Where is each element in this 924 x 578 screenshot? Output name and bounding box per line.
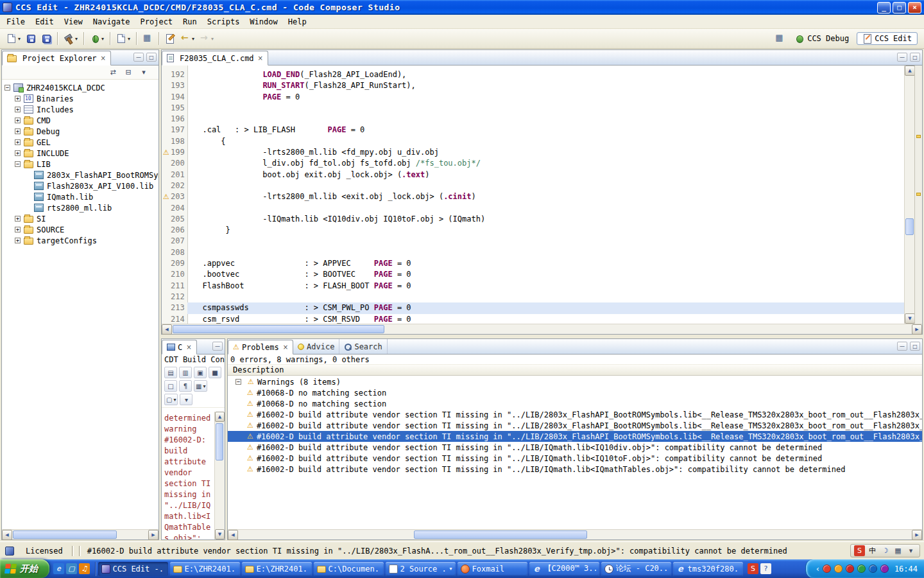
show-console-on-output-button[interactable]: ■ [209,367,221,378]
taskbar-button-e-zhr2401[interactable]: E:\ZHR2401... [242,562,312,576]
close-icon[interactable]: × [186,344,191,351]
ime-half-moon-icon[interactable]: ☽ [880,545,891,556]
code-line[interactable]: 204 [162,203,904,214]
close-icon[interactable]: × [258,55,263,62]
scroll-up-icon[interactable]: ▲ [215,412,225,422]
code-line[interactable]: ⚠203 -lrts2800_ml.lib <exit.obj _lock.ob… [162,191,904,202]
minimize-view-icon[interactable]: — [897,342,907,351]
start-button[interactable]: 开始 [0,559,49,578]
taskbar-button-e-zhr2401[interactable]: E:\ZHR2401... [170,562,240,576]
scroll-right-icon[interactable]: ▶ [912,530,922,540]
tree-item-iqmath-lib[interactable]: IQmath.lib [2,191,158,202]
minimize-view-icon[interactable]: — [133,53,144,62]
save-all-button[interactable] [38,31,54,46]
code-line[interactable]: 212 [162,292,904,302]
taskbar-button-c2000-3[interactable]: e【C2000™ 3... [529,562,599,576]
scroll-up-icon[interactable]: ▲ [905,66,915,76]
console-output[interactable]: determined warning #16002-D: build attri… [162,412,215,539]
scroll-lock-button[interactable]: ▥ [179,367,192,378]
code-line[interactable]: 208 [162,247,904,258]
collapse-all-button[interactable]: ⊟ [123,67,134,78]
code-line[interactable]: 201 boot.obj exit.obj _lock.obj> (.text) [162,170,904,180]
ccs-debug-perspective-button[interactable]: CCS Debug [789,32,855,45]
tree-item-rts2800-ml-lib[interactable]: rts2800_ml.lib [2,202,158,213]
code-line[interactable]: 192 LOAD_END(_Flash28_API_LoadEnd), [162,69,904,80]
problem-row[interactable]: ⚠#10068-D no matching section [228,387,922,398]
tree-item-targetconfigs[interactable]: +targetConfigs [2,235,158,246]
problem-row[interactable]: ⚠#16002-D build attribute vendor section… [228,420,922,431]
tree-expander-icon[interactable]: + [15,128,21,134]
editor-body[interactable]: 192 LOAD_END(_Flash28_API_LoadEnd),193 R… [162,66,922,324]
debug-button[interactable]: ▾ [87,31,107,46]
tree-expander-icon[interactable]: + [15,150,21,156]
code-line[interactable]: 209 .appvec : > APPVEC PAGE = 0 [162,258,904,269]
tab-problems[interactable]: ⚠ Problems × [228,340,293,355]
ime-soft-keyboard-icon[interactable]: ▦ [893,545,903,556]
problem-row[interactable]: ⚠#16002-D build attribute vendor section… [228,442,922,453]
quicklaunch-media-player-icon[interactable]: ♫ [79,563,90,574]
tree-item-includes[interactable]: +Includes [2,104,158,115]
display-selected-console-button[interactable]: ▦▾ [194,380,207,392]
taskbar-button-c20[interactable]: 论坛 - C20... [601,562,671,576]
ccs-edit-perspective-button[interactable]: CCS Edit [857,32,918,45]
new-file-button[interactable]: ▾ [114,31,133,46]
tree-item-source[interactable]: +SOURCE [2,224,158,235]
maximize-view-icon[interactable]: □ [910,53,920,62]
explorer-hscrollbar[interactable]: ◀ ▶ [2,529,158,539]
editor-hscrollbar[interactable]: ◀ ▶ [162,324,922,334]
tree-item-lib[interactable]: −LIB [2,159,158,170]
editor-vscrollbar[interactable]: ▲ ▼ [904,66,914,324]
menu-item-project[interactable]: Project [135,15,178,29]
link-with-editor-button[interactable]: ⇄ [107,67,119,78]
problem-row[interactable]: ⚠#16002-D build attribute vendor section… [228,431,922,442]
tree-item-include[interactable]: +INCLUDE [2,148,158,159]
tray-icon[interactable] [846,565,854,573]
sogou-taskbar-icon[interactable]: S [748,563,758,574]
menu-item-scripts[interactable]: Scripts [202,15,245,29]
tree-item-si[interactable]: +SI [2,213,158,224]
tray-icon[interactable] [834,565,843,573]
pin-console-button[interactable]: ▣ [194,367,207,378]
tree-expander-icon[interactable]: + [15,107,21,112]
taskbar-button-tms320f280[interactable]: etms320f280... [673,562,743,576]
build-button[interactable]: ▾ [61,31,80,46]
clear-console-button[interactable]: ▤ [164,367,177,378]
quicklaunch-show-desktop-icon[interactable]: ▢ [66,563,77,574]
code-line[interactable]: 197 .cal : > LIB_FLASH PAGE = 0 [162,125,904,136]
tray-collapse-icon[interactable]: ‹ [816,564,819,574]
forward-button[interactable]: ▾ [197,31,216,46]
scroll-left-icon[interactable]: ◀ [2,530,12,540]
taskbar-button-c-documen[interactable]: C:\Documen... [314,562,384,576]
ime-language-menu-icon[interactable]: ▾ [905,545,916,556]
tree-expander-icon[interactable]: + [15,216,21,222]
code-line[interactable]: 194 PAGE = 0 [162,92,904,103]
overview-warning-mark[interactable] [916,193,921,196]
code-line[interactable]: 193 RUN_START(_Flash28_API_RunStart), [162,80,904,91]
scrollbar-thumb[interactable] [414,530,587,539]
tree-item-zhr24015kcla-dcdc[interactable]: −ZHR24015KCLA_DCDC [2,82,158,93]
taskbar-clock[interactable]: 16:44 [894,565,918,574]
scrollbar-thumb[interactable] [13,530,117,539]
minimize-view-icon[interactable]: — [212,342,223,351]
new-button[interactable]: ▾ [4,31,23,46]
code-line[interactable]: 205 -lIQmath.lib <IQ10div.obj IQ10toF.ob… [162,214,904,225]
console-view-menu-button[interactable]: ▾ [180,394,193,405]
description-column-header[interactable]: Description [228,365,922,376]
tray-icon[interactable] [869,565,877,573]
code-line[interactable]: 200 l_div.obj fd_tol.obj fs_tofd.obj /*f… [162,158,904,169]
view-menu-button[interactable]: ▾ [138,67,150,78]
code-line[interactable]: 202 [162,180,904,191]
console-vscrollbar[interactable]: ▲ ▼ [214,412,225,539]
open-element-button[interactable] [140,31,155,46]
scroll-down-icon[interactable]: ▼ [215,529,225,539]
scroll-left-icon[interactable]: ◀ [162,324,172,335]
menu-item-view[interactable]: View [59,15,88,29]
taskbar-button-ccs-edit[interactable]: CCS Edit -... [98,562,168,576]
scrollbar-thumb[interactable] [216,423,223,460]
window-restore-button[interactable]: □ [893,2,906,13]
close-icon[interactable]: × [101,55,106,62]
tree-expander-icon[interactable]: + [15,118,21,123]
menu-item-file[interactable]: File [1,15,30,29]
overview-ruler[interactable] [914,66,922,324]
window-minimize-button[interactable]: _ [877,2,891,13]
